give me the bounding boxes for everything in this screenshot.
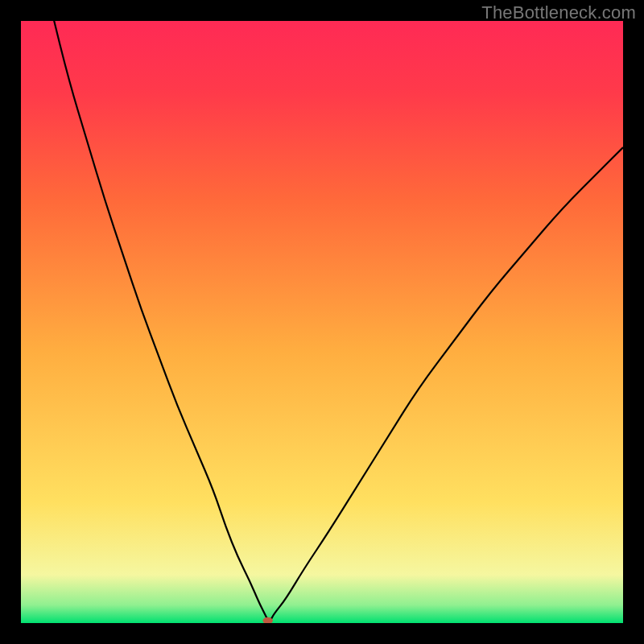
bottleneck-chart bbox=[21, 21, 623, 623]
chart-frame bbox=[21, 21, 623, 623]
